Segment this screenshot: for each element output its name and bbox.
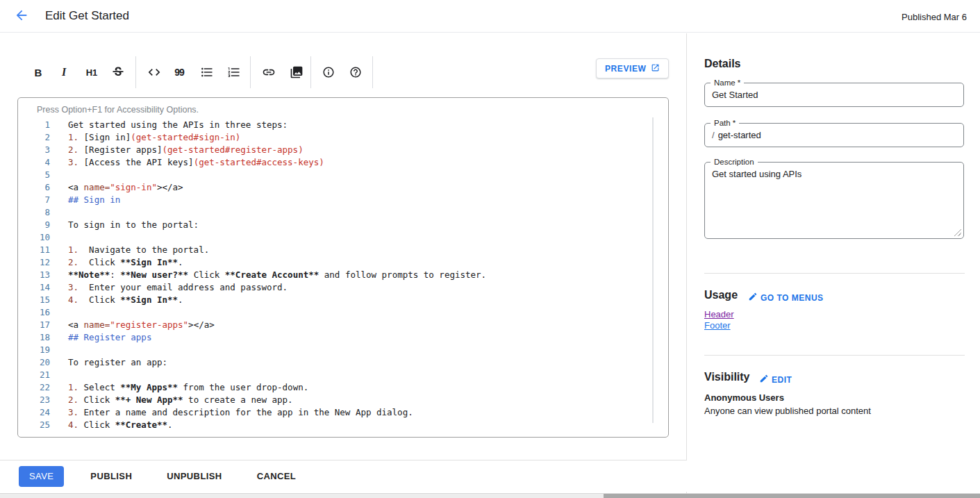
path-field-value[interactable]: /get-started xyxy=(705,124,963,147)
visibility-heading: Visibility xyxy=(704,371,750,383)
path-field-label: Path * xyxy=(711,118,739,128)
blockquote-icon: 99 xyxy=(174,67,184,78)
line-number: 24 xyxy=(18,406,50,419)
details-panel: Details Name * Get Started Path * /get-s… xyxy=(688,33,980,493)
toolbar-divider xyxy=(372,56,373,88)
line-content xyxy=(50,306,68,319)
edit-visibility-button[interactable]: EDIT xyxy=(759,374,792,385)
publish-button[interactable]: PUBLISH xyxy=(82,465,140,487)
info-button[interactable] xyxy=(315,57,342,88)
markdown-editor[interactable]: Press Option+F1 for Accessibility Option… xyxy=(17,97,669,438)
editor-line[interactable]: 221. Select **My Apps** from the user dr… xyxy=(18,381,650,394)
usage-heading: Usage xyxy=(704,289,738,301)
help-button[interactable] xyxy=(342,57,369,88)
line-content: 1. Select **My Apps** from the user drop… xyxy=(50,381,308,394)
preview-button[interactable]: PREVIEW xyxy=(596,58,669,78)
editor-line[interactable]: 154. Click **Sign In**. xyxy=(18,294,650,306)
bold-icon: B xyxy=(35,67,42,78)
editor-line[interactable]: 232. Click **+ New App** to create a new… xyxy=(18,394,650,406)
back-button[interactable] xyxy=(9,3,34,28)
description-field[interactable]: Description Get started using APIs xyxy=(704,162,964,239)
back-arrow-icon xyxy=(14,8,29,25)
heading-h1-button[interactable]: H1 xyxy=(78,57,105,88)
editor-scrollbar[interactable] xyxy=(652,117,654,423)
divider xyxy=(704,355,965,356)
editor-line[interactable]: 21. [Sign in](get-started#sign-in) xyxy=(18,131,650,144)
go-to-menus-label: GO TO MENUS xyxy=(761,293,824,303)
line-number: 17 xyxy=(18,319,50,331)
editor-line[interactable]: 111. Navigate to the portal. xyxy=(18,244,650,256)
cancel-button[interactable]: CANCEL xyxy=(249,465,305,487)
line-content: 1. Navigate to the portal. xyxy=(50,244,209,256)
line-number: 3 xyxy=(18,144,50,156)
usage-link-footer[interactable]: Footer xyxy=(704,321,734,330)
editor-line[interactable]: 16 xyxy=(18,306,650,319)
open-in-new-icon xyxy=(651,63,660,74)
unpublish-button[interactable]: UNPUBLISH xyxy=(158,465,230,487)
editor-line[interactable]: 143. Enter your email address and passwo… xyxy=(18,281,650,294)
path-field[interactable]: Path * /get-started xyxy=(704,123,964,147)
editor-line[interactable]: 21 xyxy=(18,369,650,381)
visibility-note: Anyone can view published portal content xyxy=(704,406,871,416)
editor-line[interactable]: 10 xyxy=(18,231,650,244)
editor-line[interactable]: 17<a name="register-apps"></a> xyxy=(18,319,650,331)
pencil-icon xyxy=(748,292,758,304)
code-icon xyxy=(147,65,161,79)
resize-handle-icon[interactable] xyxy=(954,229,961,236)
editor-line[interactable]: 19 xyxy=(18,344,650,356)
line-content: ## Sign in xyxy=(50,194,120,206)
numbered-list-icon xyxy=(227,65,241,79)
line-number: 23 xyxy=(18,394,50,406)
usage-link-header[interactable]: Header xyxy=(704,310,734,319)
strikethrough-button[interactable] xyxy=(105,57,131,88)
editor-line[interactable]: 7## Sign in xyxy=(18,194,650,206)
editor-line[interactable]: 43. [Access the API keys](get-started#ac… xyxy=(18,156,650,169)
toolbar-divider xyxy=(135,56,136,88)
line-content: ## Register apps xyxy=(50,331,151,344)
line-number: 1 xyxy=(18,119,50,131)
usage-links: HeaderFooter xyxy=(704,310,734,330)
line-number: 13 xyxy=(18,269,50,281)
line-number: 7 xyxy=(18,194,50,206)
code-button[interactable] xyxy=(141,57,167,88)
line-content: <a name="sign-in"></a> xyxy=(50,181,183,194)
editor-line[interactable]: 1Get started using the APIs in three ste… xyxy=(18,119,650,131)
bulleted-list-icon xyxy=(200,65,214,79)
line-content: To register an app: xyxy=(50,356,167,369)
editor-line[interactable]: 254. Click **Create**. xyxy=(18,419,650,431)
italic-button[interactable]: I xyxy=(51,57,77,88)
bulleted-list-button[interactable] xyxy=(194,57,220,88)
divider xyxy=(704,273,965,274)
line-content: 3. Enter your email address and password… xyxy=(50,281,288,294)
save-button[interactable]: SAVE xyxy=(19,466,64,487)
line-number: 25 xyxy=(18,419,50,431)
editor-line[interactable]: 5 xyxy=(18,169,650,181)
bold-button[interactable]: B xyxy=(25,57,51,88)
editor-line[interactable]: 8 xyxy=(18,206,650,219)
editor-line[interactable]: 32. [Register apps](get-started#register… xyxy=(18,144,650,156)
line-content: 3. [Access the API keys](get-started#acc… xyxy=(50,156,324,169)
editor-line[interactable]: 9To sign in to the portal: xyxy=(18,219,650,231)
line-content: 4. Click **Sign In**. xyxy=(50,294,183,306)
blockquote-button[interactable]: 99 xyxy=(166,57,192,88)
editor-line[interactable]: 243. Enter a name and description for th… xyxy=(18,406,650,419)
line-content xyxy=(50,206,68,219)
editor-line[interactable]: 20To register an app: xyxy=(18,356,650,369)
go-to-menus-button[interactable]: GO TO MENUS xyxy=(748,292,824,304)
editor-line[interactable]: 6<a name="sign-in"></a> xyxy=(18,181,650,194)
line-number: 11 xyxy=(18,244,50,256)
preview-button-label: PREVIEW xyxy=(605,64,647,74)
editor-region: BIH199 PREVIEW Press Option+F1 for Acces… xyxy=(0,33,687,493)
line-number: 18 xyxy=(18,331,50,344)
horizontal-scrollbar-thumb[interactable] xyxy=(604,494,980,498)
link-button[interactable] xyxy=(256,57,282,88)
horizontal-scrollbar[interactable] xyxy=(0,493,980,498)
image-button[interactable] xyxy=(283,57,310,88)
editor-line[interactable]: 122. Click **Sign In**. xyxy=(18,256,650,269)
name-field[interactable]: Name * Get Started xyxy=(704,83,964,107)
editor-line[interactable]: 18## Register apps xyxy=(18,331,650,344)
numbered-list-button[interactable] xyxy=(221,57,247,88)
formatting-toolbar: BIH199 xyxy=(0,54,687,90)
line-content: 2. [Register apps](get-started#register-… xyxy=(50,144,304,156)
editor-line[interactable]: 13**Note**: **New user?** Click **Create… xyxy=(18,269,650,281)
